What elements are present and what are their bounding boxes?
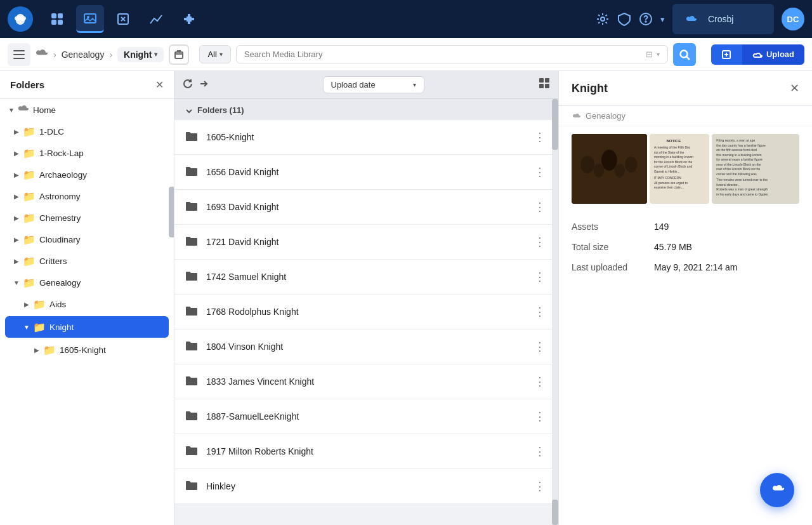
folder-row[interactable]: 1656 David Knight ⋮: [174, 155, 558, 190]
1dlc-toggle[interactable]: ▶: [10, 125, 23, 138]
folder-row-menu-button[interactable]: ⋮: [532, 232, 548, 251]
sidebar-item-critters[interactable]: ▶ 📁 Critters: [0, 250, 174, 272]
svg-point-13: [645, 21, 646, 22]
help-icon[interactable]: [639, 12, 653, 26]
user-avatar[interactable]: DC: [782, 8, 804, 30]
filter-all-dropdown[interactable]: All ▾: [199, 45, 230, 63]
sidebar-item-astronomy[interactable]: ▶ 📁 Astronomy: [0, 185, 174, 207]
search-input-wrapper: ⊟ ▾: [236, 45, 668, 63]
add-folder-button[interactable]: [169, 44, 189, 65]
sidebar-item-genealogy[interactable]: ▼ 📁 Genealogy: [0, 272, 174, 293]
folder-row-menu-button[interactable]: ⋮: [532, 163, 548, 182]
preview-image-1[interactable]: [572, 134, 647, 204]
folder-row-menu-button[interactable]: ⋮: [532, 267, 548, 286]
sidebar-item-home[interactable]: ▼ Home: [0, 99, 174, 121]
breadcrumb-home-icon[interactable]: [36, 48, 48, 61]
filter-dropdown-arrow: ▾: [219, 51, 223, 58]
right-panel-close-button[interactable]: ✕: [790, 81, 799, 95]
upload-area: Upload: [711, 44, 804, 65]
sidebar-item-knight[interactable]: ▼ 📁 Knight: [5, 316, 169, 338]
folder-row[interactable]: 1887-SamuelLeeKnight ⋮: [174, 399, 558, 434]
sidebar-item-aids[interactable]: ▶ 📁 Aids: [0, 293, 174, 315]
folder-icon: [185, 305, 199, 319]
settings-icon[interactable]: [596, 12, 610, 26]
preview-image-3[interactable]: Filing reports, a man at age the day cou…: [712, 134, 799, 204]
nav-plugins-icon[interactable]: [175, 5, 203, 33]
folder-row-menu-button[interactable]: ⋮: [532, 477, 548, 496]
svg-point-29: [580, 156, 594, 173]
1605knight-toggle[interactable]: ▶: [30, 343, 43, 356]
sidebar-item-cloudinary[interactable]: ▶ 📁 Cloudinary: [0, 229, 174, 250]
search-button[interactable]: [673, 43, 696, 66]
folder-row-menu-button[interactable]: ⋮: [532, 407, 548, 426]
archaeology-toggle[interactable]: ▶: [10, 168, 23, 181]
refresh-button[interactable]: [182, 78, 193, 92]
aids-toggle[interactable]: ▶: [20, 298, 33, 310]
fab-button[interactable]: [760, 473, 794, 507]
upload-button[interactable]: Upload: [742, 44, 804, 65]
cloudinary-toggle[interactable]: ▶: [10, 233, 23, 246]
grid-view-button[interactable]: [538, 77, 551, 93]
filter-adjust-arrow[interactable]: ▾: [657, 51, 660, 58]
sort-desc-icon[interactable]: [199, 79, 209, 91]
astronomy-toggle[interactable]: ▶: [10, 190, 23, 203]
nav-transform-icon[interactable]: [109, 5, 137, 33]
nav-media-icon[interactable]: [76, 5, 104, 33]
hamburger-button[interactable]: [8, 43, 30, 66]
sidebar-item-1-rock-lap[interactable]: ▶ 📁 1-Rock-Lap: [0, 142, 174, 164]
folder-row[interactable]: 1693 David Knight ⋮: [174, 190, 558, 225]
folder-row[interactable]: 1768 Rodolphus Knight ⋮: [174, 295, 558, 329]
genealogy-toggle[interactable]: ▼: [10, 276, 23, 289]
folder-row[interactable]: 1742 Samuel Knight ⋮: [174, 260, 558, 295]
sort-dropdown: Upload date ▾: [214, 76, 533, 93]
folder-row-menu-button[interactable]: ⋮: [532, 337, 548, 356]
svg-rect-27: [545, 84, 549, 88]
svg-rect-6: [51, 20, 56, 25]
sidebar-item-chemestry[interactable]: ▶ 📁 Chemestry: [0, 207, 174, 229]
center-scrollbar-thumb-top[interactable]: [552, 99, 558, 150]
chemestry-toggle[interactable]: ▶: [10, 211, 23, 224]
home-toggle[interactable]: ▼: [5, 103, 18, 116]
knight-folder-icon: 📁: [33, 321, 46, 333]
folder-row-menu-button[interactable]: ⋮: [532, 302, 548, 321]
preview-image-2[interactable]: NOTICE A meeting of the Fifth Dist rict …: [650, 134, 709, 204]
nav-cloud-icon[interactable]: [680, 8, 703, 30]
folder-row[interactable]: 1804 Vinson Knight ⋮: [174, 329, 558, 364]
breadcrumb-current-folder[interactable]: Knight ▾: [117, 47, 164, 62]
folder-row[interactable]: 1833 James Vincent Knight ⋮: [174, 364, 558, 399]
sidebar-close-button[interactable]: ✕: [155, 79, 164, 91]
cloudinary-label: Cloudinary: [39, 235, 81, 244]
sidebar-item-archaeology[interactable]: ▶ 📁 Archaeology: [0, 164, 174, 185]
knight-toggle[interactable]: ▼: [20, 321, 33, 333]
folder-row-menu-button[interactable]: ⋮: [532, 372, 548, 391]
center-scroll-area: Folders (11) 1605-Knight ⋮ 1656 David Kn…: [174, 99, 558, 525]
nav-analytics-icon[interactable]: [142, 5, 170, 33]
folder-icon: [185, 235, 199, 249]
help-dropdown-arrow[interactable]: ▾: [660, 15, 665, 24]
nav-dashboard-icon[interactable]: [43, 5, 71, 33]
center-toolbar: Upload date ▾: [174, 71, 558, 99]
folder-row-menu-button[interactable]: ⋮: [532, 197, 548, 216]
right-panel-header: Knight ✕: [559, 71, 812, 106]
folder-row-name: 1887-SamuelLeeKnight: [206, 411, 532, 422]
folder-row-menu-button[interactable]: ⋮: [532, 128, 548, 147]
breadcrumb-genealogy[interactable]: Genealogy: [62, 50, 105, 60]
right-panel-title: Knight: [572, 82, 608, 95]
sidebar-item-1-dlc[interactable]: ▶ 📁 1-DLC: [0, 121, 174, 142]
folder-row[interactable]: 1721 David Knight ⋮: [174, 225, 558, 260]
sidebar-item-1605-knight[interactable]: ▶ 📁 1605-Knight: [0, 339, 174, 361]
add-file-button[interactable]: [711, 44, 742, 65]
filter-adjust-icon[interactable]: ⊟: [646, 50, 653, 59]
folder-row[interactable]: 1917 Milton Roberts Knight ⋮: [174, 434, 558, 469]
search-input[interactable]: [244, 50, 641, 59]
folder-row[interactable]: Hinkley ⋮: [174, 469, 558, 504]
rocklap-toggle[interactable]: ▶: [10, 147, 23, 159]
critters-toggle[interactable]: ▶: [10, 255, 23, 267]
folder-row[interactable]: 1605-Knight ⋮: [174, 120, 558, 155]
folder-row-menu-button[interactable]: ⋮: [532, 442, 548, 461]
shield-icon[interactable]: [617, 12, 631, 26]
center-scrollbar-thumb-bottom[interactable]: [552, 500, 558, 525]
sort-select[interactable]: Upload date ▾: [323, 76, 424, 93]
app-logo[interactable]: [8, 6, 33, 32]
1605knight-folder-icon: 📁: [43, 344, 56, 356]
